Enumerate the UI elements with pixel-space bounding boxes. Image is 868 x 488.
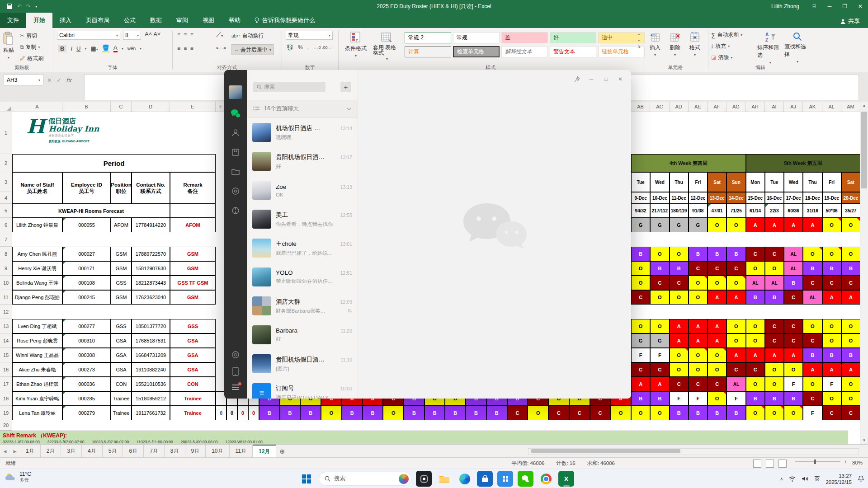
column-header-AJ[interactable]: AJ [784,102,803,112]
zoom-out-button[interactable]: − [789,459,792,465]
staff-remark-cell[interactable]: GSA [170,333,216,348]
column-header-AI[interactable]: AI [765,102,784,112]
bold-button[interactable]: B [58,45,66,52]
format-cells-button[interactable]: 格式▾ [686,29,704,57]
shift-cell[interactable]: O [822,247,841,261]
column-header-AK[interactable]: AK [803,102,822,112]
cell-style-差[interactable]: 差 [501,32,548,43]
shift-cell[interactable]: O [708,348,726,362]
sheet-tab-9月[interactable]: 9月 [185,445,206,458]
shift-cell[interactable]: B [404,406,425,420]
shift-cell[interactable]: A [689,333,708,348]
shift-cell[interactable]: O [670,290,689,305]
page-break-view-button[interactable] [778,460,787,468]
row-header-1[interactable]: 1 [0,112,12,154]
column-header-AF[interactable]: AF [708,102,726,112]
shift-cell[interactable]: O [631,276,650,290]
row-header-8[interactable]: 8 [0,247,12,261]
notification-bell-icon[interactable] [858,475,864,482]
ribbon-display-options-icon[interactable]: ⌸ [807,0,822,13]
row-header-14[interactable]: 14 [0,333,12,348]
row-header-13[interactable]: 13 [0,319,12,333]
row-header-4[interactable]: 4 [0,192,12,204]
shift-cell[interactable]: B [342,406,363,420]
row-header-15[interactable]: 15 [0,348,12,362]
shift-cell[interactable]: O [765,362,784,377]
column-header-AG[interactable]: AG [726,102,745,112]
chat-list-item[interactable]: 贵阳机场假日酒…13:17好 [247,147,358,176]
ribbon-tab-2[interactable]: 开始 [26,13,52,28]
shift-cell[interactable]: O [822,218,841,232]
shift-cell[interactable]: C [689,261,708,276]
shift-cell[interactable]: F [803,406,822,420]
staff-id-cell[interactable]: 000273 [62,362,111,377]
sheet-tab-2月[interactable]: 2月 [41,445,61,458]
shift-cell[interactable]: F [670,391,689,406]
shift-cell[interactable]: C [726,261,745,276]
staff-id-cell[interactable]: 000108 [62,276,111,290]
shift-cell[interactable]: O [321,406,342,420]
shift-cell[interactable]: O [708,218,726,232]
shift-cell[interactable]: C [569,406,590,420]
number-format-combo[interactable]: 常规▾ [286,31,333,40]
shift-cell[interactable]: A [726,348,745,362]
day-header-cell[interactable]: Thu [670,172,689,192]
shift-cell[interactable]: O [822,391,841,406]
sheet-tab-8月[interactable]: 8月 [165,445,185,458]
staff-phone-cell[interactable]: 16684731209 [132,348,170,362]
column-header-AB[interactable]: AB [631,102,650,112]
shift-cell[interactable]: O [726,333,745,348]
shift-cell[interactable]: A [803,362,822,377]
table-header-B[interactable]: Employee ID员工号 [62,172,111,204]
staff-id-cell[interactable]: 000277 [62,319,111,333]
shift-cell[interactable]: C [784,333,803,348]
format-painter-button[interactable]: 🖉格式刷 [20,53,43,63]
shift-cell[interactable]: B [708,247,726,261]
shift-cell[interactable]: G [631,333,650,348]
taskbar-search-input[interactable]: 搜索 [319,472,411,486]
redo-button[interactable]: ↷ [26,3,31,9]
date-header-cell[interactable]: 12-Dec [689,192,708,204]
shift-cell[interactable]: B [280,406,301,420]
shift-cell[interactable]: A [822,290,841,305]
shift-cell[interactable]: C [590,406,611,420]
staff-id-cell[interactable]: 000027 [62,247,111,261]
shift-cell[interactable]: B [650,261,669,276]
column-header-AM[interactable]: AM [841,102,860,112]
wechat-new-chat-button[interactable]: + [340,82,351,92]
shift-cell[interactable]: O [708,391,726,406]
ribbon-tab-7[interactable]: 审阅 [169,13,195,28]
staff-phone-cell[interactable]: 19110882240 [132,362,170,377]
shift-cell[interactable]: O [746,406,765,420]
tell-me-box[interactable]: 告诉我你想要做什么 [248,13,321,28]
shift-cell[interactable]: C [670,276,689,290]
week-header-1[interactable]: 4th Week 第四周 [631,154,746,172]
staff-name-cell[interactable]: Alice Zhu 朱春艳 [12,362,62,377]
mid-zero-cell[interactable]: 0 [237,406,248,420]
column-header-AE[interactable]: AE [689,102,708,112]
shift-cell[interactable]: O [650,406,669,420]
shift-cell[interactable]: B [300,406,321,420]
shift-cell[interactable]: O [650,247,669,261]
row-header-9[interactable]: 9 [0,261,12,276]
staff-phone-cell[interactable]: 17685187531 [132,333,170,348]
staff-remark-cell[interactable]: AFOM [170,218,216,232]
mid-zero-cell[interactable]: 0 [226,406,237,420]
shift-cell[interactable]: O [746,261,765,276]
staff-remark-cell[interactable]: GSS [170,319,216,333]
date-header-cell[interactable]: 13-Dec [708,192,726,204]
shift-cell[interactable]: C [746,247,765,261]
staff-position-cell[interactable]: GSA [111,362,132,377]
shift-cell[interactable]: F [650,348,669,362]
qat-customize-icon[interactable]: ▾ [35,5,37,9]
shift-cell[interactable]: C [784,319,803,333]
forecast-value-cell[interactable]: 71/25 [726,204,745,218]
forecast-label-cell[interactable]: KWEAP-HI Rooms Forecast [12,204,170,218]
underline-button[interactable]: U [76,45,80,52]
shift-cell[interactable]: A [746,218,765,232]
wechat-chats-icon[interactable] [231,108,241,118]
date-header-cell[interactable]: 9-Dec [631,192,650,204]
name-box[interactable]: AH3▾ [4,75,43,85]
maximize-button[interactable]: ❐ [837,0,853,13]
insert-function-icon[interactable]: fx [66,77,71,84]
